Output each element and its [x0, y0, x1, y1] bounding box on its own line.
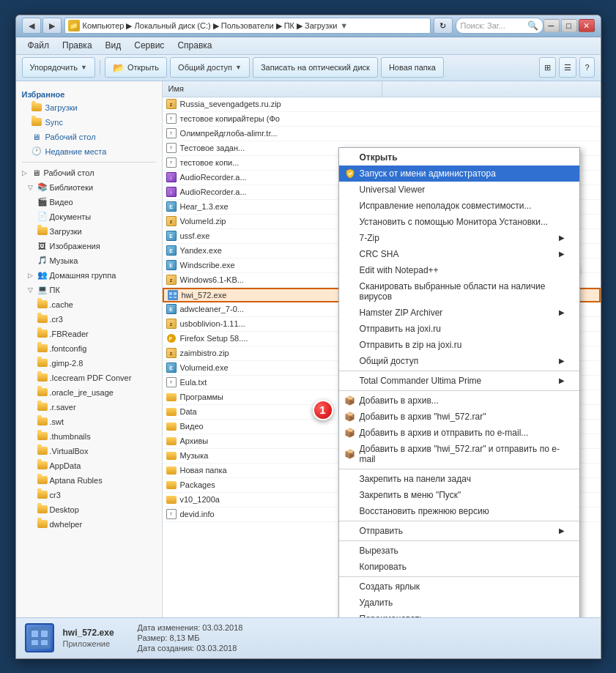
sidebar-tree-libraries[interactable]: ▽ 📚 Библиотеки	[16, 180, 162, 195]
address-bar[interactable]: 📁 Компьютер ▶ Локальный диск (C:) ▶ Поль…	[64, 18, 431, 34]
ctx-send-to[interactable]: Отправить ▶	[339, 523, 579, 539]
ctx-delete[interactable]: Удалить	[339, 595, 579, 611]
search-bar[interactable]: Поиск: Заг... 🔍	[456, 18, 543, 34]
file-name: Архивы	[180, 436, 209, 445]
sidebar-divider-1	[22, 162, 156, 163]
sidebar-pc-gimp[interactable]: .gimp-2.8	[16, 356, 162, 371]
ctx-notepad[interactable]: Edit with Notepad++	[339, 262, 579, 278]
sidebar-item-desktop[interactable]: 🖥 Рабочий стол	[16, 130, 162, 144]
sidebar-item-recent[interactable]: 🕐 Недавние места	[16, 144, 162, 159]
ctx-install-monitor[interactable]: Установить с помощью Монитора Установки.…	[339, 214, 579, 230]
toolbar: Упорядочить ▼ 📂 Открыть Общий доступ ▼ З…	[16, 55, 601, 81]
sidebar-pc-desktopp[interactable]: Desktop	[16, 502, 162, 517]
title-bar: ◀ ▶ 📁 Компьютер ▶ Локальный диск (C:) ▶ …	[16, 15, 601, 37]
ctx-pin-start[interactable]: Закрепить в меню "Пуск"	[339, 487, 579, 503]
ctx-sep-1	[339, 371, 579, 371]
sidebar-pc-cr3[interactable]: .cr3	[16, 312, 162, 327]
audio-icon: ♪	[166, 171, 177, 183]
ctx-send-zip-joxi[interactable]: Отправить в zip на joxi.ru	[339, 337, 579, 353]
sidebar-lib-docs[interactable]: 📄 Документы	[16, 209, 162, 224]
sync-icon	[31, 116, 42, 128]
sidebar-pc-appdata[interactable]: AppData	[16, 458, 162, 473]
burn-button[interactable]: Записать на оптический диск	[253, 57, 378, 78]
ctx-compatibility[interactable]: Исправление неполадок совместимости...	[339, 198, 579, 214]
open-button[interactable]: 📂 Открыть	[105, 57, 167, 78]
sidebar-item-sync-label: Sync	[45, 118, 63, 127]
ctx-copy[interactable]: Копировать	[339, 559, 579, 575]
ctx-share[interactable]: Общий доступ ▶	[339, 353, 579, 369]
share-button[interactable]: Общий доступ ▼	[170, 57, 250, 78]
sidebar-item-downloads[interactable]: Загрузки	[16, 100, 162, 115]
sidebar-pc[interactable]: ▽ 💻 ПК	[16, 283, 162, 297]
ctx-add-archive-email[interactable]: 📦 Добавить в архив и отправить по e-mail…	[339, 425, 579, 441]
sidebar-pc-cache[interactable]: .cache	[16, 297, 162, 312]
sidebar-homegroup[interactable]: ▷ 👥 Домашняя группа	[16, 268, 162, 283]
menu-file[interactable]: Файл	[22, 39, 56, 52]
status-bar: hwi_572.exe Приложение Дата изменения: 0…	[16, 617, 601, 658]
back-button[interactable]: ◀	[22, 18, 41, 34]
minimize-button[interactable]: ─	[543, 19, 560, 32]
table-row[interactable]: T тестовое копирайтеры (Фо	[163, 112, 601, 127]
ctx-universal-viewer[interactable]: Universal Viewer	[339, 182, 579, 198]
sidebar-pc-oracle[interactable]: .oracle_jre_usage	[16, 385, 162, 400]
menu-service[interactable]: Сервис	[128, 39, 170, 52]
oracle-folder-icon	[37, 387, 48, 398]
ctx-add-rar-email[interactable]: 📦 Добавить в архив "hwi_572.rar" и отпра…	[339, 441, 579, 467]
forward-button[interactable]: ▶	[42, 18, 62, 34]
ctx-crcsha[interactable]: CRC SHA ▶	[339, 246, 579, 262]
ctx-cut[interactable]: Вырезать	[339, 543, 579, 559]
sidebar-pc-fbreader[interactable]: .FBReader	[16, 327, 162, 341]
ctx-restore-version[interactable]: Восстановить прежнюю версию	[339, 503, 579, 519]
menu-help[interactable]: Справка	[171, 39, 218, 52]
refresh-button[interactable]: ↻	[434, 18, 453, 34]
ctx-add-archive[interactable]: 📦 Добавить в архив...	[339, 393, 579, 409]
view-list-button[interactable]: ⊞	[539, 57, 556, 78]
ctx-add-rar[interactable]: 📦 Добавить в архив "hwi_572.rar"	[339, 409, 579, 425]
new-folder-button[interactable]: Новая папка	[381, 57, 444, 78]
sidebar-lib-images[interactable]: 🖼 Изображения	[16, 239, 162, 253]
sidebar-lib-video[interactable]: 🎬 Видео	[16, 195, 162, 209]
fbreader-folder-icon	[37, 328, 48, 340]
ctx-pin-taskbar[interactable]: Закрепить на панели задач	[339, 471, 579, 487]
help-button[interactable]: ?	[579, 57, 594, 78]
ctx-run-as-admin[interactable]: Запуск от имени администратора	[339, 166, 579, 182]
table-row[interactable]: z Russia_sevengadgets.ru.zip	[163, 97, 601, 112]
organize-button[interactable]: Упорядочить ▼	[22, 57, 95, 78]
zip-icon: z	[166, 215, 177, 227]
sidebar-pc-icecream[interactable]: .Icecream PDF Conver	[16, 371, 162, 385]
maximize-button[interactable]: □	[561, 19, 577, 32]
sidebar-pc-rsaver[interactable]: .r.saver	[16, 400, 162, 414]
file-name: Firefox Setup 58....	[180, 334, 248, 343]
downloads-icon	[31, 102, 42, 114]
sidebar-pc-dwhelper[interactable]: dwhelper	[16, 517, 162, 532]
sidebar-lib-music[interactable]: 🎵 Музыка	[16, 253, 162, 268]
tree-arrow-desktop: ▷	[22, 169, 29, 176]
close-button[interactable]: ✕	[579, 19, 595, 32]
view-details-button[interactable]: ☰	[559, 57, 576, 78]
sidebar-pc-virtualbox[interactable]: .VirtualBox	[16, 444, 162, 458]
sidebar-pc-cr3b[interactable]: cr3	[16, 488, 162, 502]
sidebar-item-sync[interactable]: Sync	[16, 115, 162, 130]
column-header-name[interactable]: Имя	[163, 81, 382, 97]
table-row[interactable]: T Олимпрейдглоба-alimr.tr...	[163, 127, 601, 141]
menu-view[interactable]: Вид	[100, 39, 127, 52]
ctx-create-shortcut[interactable]: Создать ярлык	[339, 579, 579, 595]
sidebar-tree-desktop[interactable]: ▷ 🖥 Рабочий стол	[16, 166, 162, 180]
favorites-label[interactable]: Избранное	[16, 87, 162, 100]
sidebar-pc-fontconfig[interactable]: .fontconfig	[16, 341, 162, 356]
sidebar-pc-aptana[interactable]: Aptana Rubles	[16, 473, 162, 488]
sidebar-pc-thumbnails[interactable]: .thumbnails	[16, 429, 162, 444]
ctx-scan-virus[interactable]: Сканировать выбранные области на наличие…	[339, 278, 579, 305]
ctx-open[interactable]: Открыть	[339, 149, 579, 166]
ctx-7zip[interactable]: 7-Zip ▶	[339, 230, 579, 246]
ctx-hamster[interactable]: Hamster ZIP Archiver ▶	[339, 305, 579, 321]
ctx-rename[interactable]: Переименовать	[339, 611, 579, 617]
ctx-send-joxi[interactable]: Отправить на joxi.ru	[339, 321, 579, 337]
audio-icon: ♪	[166, 186, 177, 198]
sidebar-lib-downloads2[interactable]: Загрузки	[16, 224, 162, 239]
sidebar-pc-swt[interactable]: .swt	[16, 414, 162, 429]
menu-edit[interactable]: Правка	[56, 39, 98, 52]
libraries-icon: 📚	[37, 182, 48, 193]
ctx-total-commander[interactable]: Total Commander Ultima Prime ▶	[339, 373, 579, 389]
cr3-folder-icon	[37, 313, 48, 325]
